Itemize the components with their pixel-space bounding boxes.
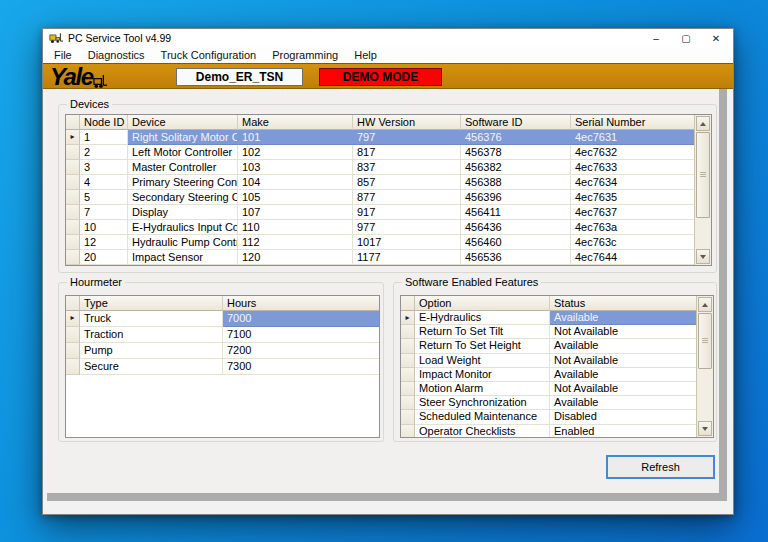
table-cell[interactable]: 112	[238, 235, 353, 250]
row-header[interactable]	[401, 410, 415, 424]
table-cell[interactable]: 4ec7632	[571, 145, 695, 160]
row-header[interactable]	[66, 250, 80, 265]
column-header[interactable]: Option	[415, 296, 550, 311]
row-header[interactable]: ▸	[66, 130, 80, 145]
table-row[interactable]: 2Left Motor Controller1028174563784ec763…	[66, 145, 695, 160]
table-cell[interactable]: Not Available	[550, 354, 697, 368]
table-cell[interactable]: 110	[238, 220, 353, 235]
table-cell[interactable]: Right Solitary Motor Controller	[128, 130, 238, 145]
table-row[interactable]: Return To Set HeightAvailable	[401, 339, 697, 353]
table-row[interactable]: Scheduled MaintenanceDisabled	[401, 410, 697, 424]
menu-file[interactable]: File	[47, 47, 79, 63]
table-cell[interactable]: Available	[550, 368, 697, 382]
row-header[interactable]: ▸	[66, 311, 80, 327]
vertical-scrollbar[interactable]	[694, 115, 711, 265]
table-row[interactable]: Load WeightNot Available	[401, 354, 697, 368]
table-cell[interactable]: Display	[128, 205, 238, 220]
table-cell[interactable]: Secure	[80, 359, 223, 375]
table-cell[interactable]: 2	[80, 145, 128, 160]
row-header[interactable]	[66, 175, 80, 190]
table-cell[interactable]: 7300	[223, 359, 380, 375]
table-cell[interactable]: 120	[238, 250, 353, 265]
table-cell[interactable]: 20	[80, 250, 128, 265]
column-header[interactable]: Device	[128, 115, 238, 130]
table-cell[interactable]: 456411	[461, 205, 571, 220]
table-cell[interactable]: 7	[80, 205, 128, 220]
row-header[interactable]	[66, 343, 80, 359]
table-cell[interactable]: 103	[238, 160, 353, 175]
scrollbar-thumb[interactable]	[696, 132, 710, 218]
scroll-down-button[interactable]	[698, 421, 712, 436]
table-cell[interactable]: Impact Monitor	[415, 368, 550, 382]
table-cell[interactable]: 102	[238, 145, 353, 160]
table-cell[interactable]: 4ec7637	[571, 205, 695, 220]
table-cell[interactable]: Return To Set Tilt	[415, 325, 550, 339]
table-cell[interactable]: 797	[353, 130, 461, 145]
table-row[interactable]: Traction7100	[66, 327, 380, 343]
table-cell[interactable]: Not Available	[550, 382, 697, 396]
grid-corner-cell[interactable]	[401, 296, 415, 311]
table-row[interactable]: Motion AlarmNot Available	[401, 382, 697, 396]
grid-corner-cell[interactable]	[66, 115, 80, 130]
row-header[interactable]	[401, 396, 415, 410]
table-cell[interactable]: Primary Steering Controller	[128, 175, 238, 190]
menu-diagnostics[interactable]: Diagnostics	[81, 47, 152, 63]
table-cell[interactable]: E-Hydraulics	[415, 311, 550, 325]
table-cell[interactable]: Traction	[80, 327, 223, 343]
table-cell[interactable]: 4ec7644	[571, 250, 695, 265]
menu-help[interactable]: Help	[347, 47, 384, 63]
table-cell[interactable]: 4	[80, 175, 128, 190]
menu-truck-configuration[interactable]: Truck Configuration	[154, 47, 264, 63]
table-row[interactable]: ▸E-HydraulicsAvailable	[401, 311, 697, 325]
table-cell[interactable]: Operator Checklists	[415, 425, 550, 439]
table-cell[interactable]: Motion Alarm	[415, 382, 550, 396]
table-cell[interactable]: 456388	[461, 175, 571, 190]
table-cell[interactable]: Truck	[80, 311, 223, 327]
column-header[interactable]: HW Version	[353, 115, 461, 130]
grid-corner-cell[interactable]	[66, 296, 80, 311]
table-cell[interactable]: 1017	[353, 235, 461, 250]
table-row[interactable]: Steer SynchronizationAvailable	[401, 396, 697, 410]
table-cell[interactable]: 917	[353, 205, 461, 220]
table-cell[interactable]: Scheduled Maintenance	[415, 410, 550, 424]
table-cell[interactable]: 4ec7631	[571, 130, 695, 145]
table-row[interactable]: Pump7200	[66, 343, 380, 359]
table-cell[interactable]: Available	[550, 396, 697, 410]
table-cell[interactable]: 105	[238, 190, 353, 205]
row-header[interactable]: ▸	[401, 311, 415, 325]
close-button[interactable]: ✕	[701, 29, 731, 47]
table-cell[interactable]: Available	[550, 339, 697, 353]
table-cell[interactable]: 7200	[223, 343, 380, 359]
scrollbar-thumb[interactable]	[698, 313, 712, 369]
table-cell[interactable]: 456460	[461, 235, 571, 250]
minimize-button[interactable]: –	[641, 29, 671, 47]
table-row[interactable]: 20Impact Sensor12011774565364ec7644	[66, 250, 695, 265]
row-header[interactable]	[401, 382, 415, 396]
table-cell[interactable]: 5	[80, 190, 128, 205]
table-row[interactable]: Operator ChecklistsEnabled	[401, 425, 697, 439]
row-header[interactable]	[66, 205, 80, 220]
table-row[interactable]: Return To Set TiltNot Available	[401, 325, 697, 339]
table-row[interactable]: Secure7300	[66, 359, 380, 375]
table-cell[interactable]: 4ec763a	[571, 220, 695, 235]
table-row[interactable]: ▸1Right Solitary Motor Controller1017974…	[66, 130, 695, 145]
table-cell[interactable]: 104	[238, 175, 353, 190]
table-row[interactable]: ▸Truck7000	[66, 311, 380, 327]
row-header[interactable]	[66, 327, 80, 343]
table-row[interactable]: 10E-Hydraulics Input Controller110977456…	[66, 220, 695, 235]
table-cell[interactable]: 1177	[353, 250, 461, 265]
table-cell[interactable]: 1	[80, 130, 128, 145]
table-cell[interactable]: Return To Set Height	[415, 339, 550, 353]
table-cell[interactable]: 4ec7635	[571, 190, 695, 205]
table-row[interactable]: 12Hydraulic Pump Controller1121017456460…	[66, 235, 695, 250]
row-header[interactable]	[66, 145, 80, 160]
scroll-down-button[interactable]	[696, 249, 710, 264]
table-cell[interactable]: Steer Synchronization	[415, 396, 550, 410]
table-cell[interactable]: Left Motor Controller	[128, 145, 238, 160]
table-cell[interactable]: 4ec7633	[571, 160, 695, 175]
column-header[interactable]: Serial Number	[571, 115, 695, 130]
column-header[interactable]: Type	[80, 296, 223, 311]
title-bar[interactable]: PC Service Tool v4.99 – ▢ ✕	[43, 29, 733, 47]
row-header[interactable]	[401, 354, 415, 368]
table-cell[interactable]: Enabled	[550, 425, 697, 439]
